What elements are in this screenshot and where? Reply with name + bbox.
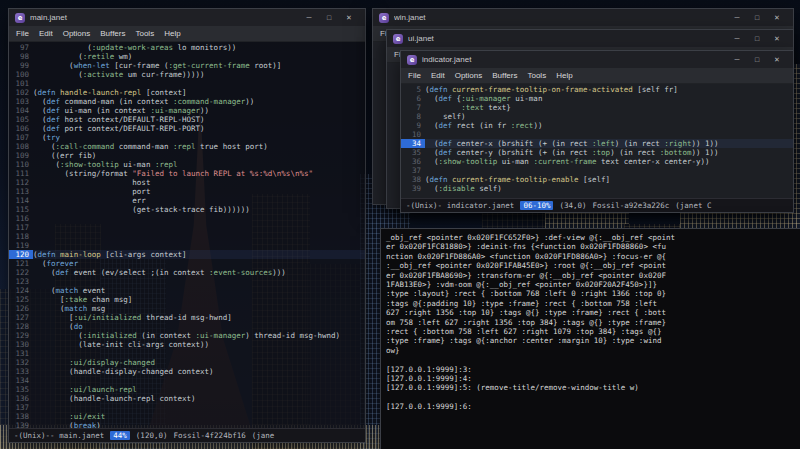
code-text: (defn current-frame-tooltip-enable [self…	[425, 175, 610, 184]
window-controls: ─ □ ✕	[727, 30, 787, 47]
code-line: 35 (def center-y (brshift (+ (in rect :t…	[401, 148, 793, 157]
menu-item[interactable]: Edit	[34, 29, 58, 38]
code-text: (handle-launch-repl context)	[33, 394, 196, 403]
line-number: 107	[9, 133, 33, 142]
window-title: main.janet	[30, 13, 294, 22]
line-number: 116	[9, 214, 33, 223]
line-number: 128	[9, 322, 33, 331]
code-line: 114 err	[9, 196, 365, 205]
code-line: 101	[9, 79, 365, 88]
line-number: 117	[9, 223, 33, 232]
close-button[interactable]: ✕	[767, 9, 787, 26]
minimize-button[interactable]: ─	[727, 51, 747, 68]
code-text: (:show-tooltip ui-man :repl	[33, 160, 178, 169]
menu-item[interactable]: Edit	[426, 71, 450, 80]
line-number: 123	[9, 277, 33, 286]
maximize-button[interactable]: □	[747, 51, 767, 68]
line-number: 119	[9, 241, 33, 250]
line-number: 106	[9, 124, 33, 133]
titlebar[interactable]: e ui.janet ─ □ ✕	[387, 30, 793, 47]
code-line: 125 [:take chan msg]	[9, 295, 365, 304]
code-line: 116	[9, 214, 365, 223]
menu-item[interactable]: Buffers	[487, 71, 522, 80]
repl-terminal[interactable]: _obj_ref <pointer 0x020F1FC652F0>} :def-…	[380, 228, 800, 449]
menu-item[interactable]: Tools	[130, 29, 159, 38]
terminal-line: _obj_ref <pointer 0x020F1FC652F0>} :def-…	[386, 233, 797, 242]
code-line: 132 :ui/display-changed	[9, 358, 365, 367]
code-line: 133 (handle-display-changed context)	[9, 367, 365, 376]
terminal-line	[386, 393, 797, 402]
code-line: 115 (get-stack-trace fib))))))	[9, 205, 365, 214]
maximize-button[interactable]: □	[747, 30, 767, 47]
code-text: (:show-tooltip ui-man :current-frame tex…	[425, 157, 709, 166]
titlebar[interactable]: e main.janet ─ □ ✕	[9, 9, 365, 26]
minimize-button[interactable]: ─	[727, 9, 747, 26]
code-editor[interactable]: 97 (:update-work-areas lo monitors)) 98 …	[9, 42, 365, 429]
titlebar[interactable]: e win.janet ─ □ ✕	[373, 9, 793, 26]
modeline-mode: (jane	[252, 431, 275, 440]
maximize-button[interactable]: □	[319, 9, 339, 26]
menu-item[interactable]: Help	[159, 29, 185, 38]
modeline-vc: Fossil-a92e3a226c	[593, 201, 670, 210]
window-controls: ─ □ ✕	[299, 9, 359, 26]
line-number: 8	[401, 112, 425, 121]
line-number: 39	[401, 184, 425, 193]
menu-item[interactable]: Options	[58, 29, 96, 38]
terminal-line: :type :frame} :tags @{:anchor :center :m…	[386, 336, 797, 345]
code-line: 129 (:initialized (in context :ui-manage…	[9, 331, 365, 340]
code-line: 119	[9, 241, 365, 250]
modeline-position-chip: 44%	[110, 431, 130, 440]
minimize-button[interactable]: ─	[727, 30, 747, 47]
line-number: 136	[9, 394, 33, 403]
code-line: 131	[9, 349, 365, 358]
line-number: 113	[9, 187, 33, 196]
code-editor[interactable]: 5 (defn current-frame-tooltip-on-frame-a…	[401, 84, 793, 199]
close-button[interactable]: ✕	[339, 9, 359, 26]
line-number: 130	[9, 340, 33, 349]
titlebar[interactable]: e indicator.janet ─ □ ✕	[401, 51, 793, 68]
line-number: 104	[9, 106, 33, 115]
code-text: host	[33, 178, 150, 187]
line-number: 114	[9, 196, 33, 205]
line-number: 10	[401, 130, 425, 139]
modeline: -(Unix)-- main.janet 44% (120,0) Fossil-…	[9, 428, 365, 442]
close-button[interactable]: ✕	[767, 30, 787, 47]
window-title: ui.janet	[408, 34, 722, 43]
close-button[interactable]: ✕	[767, 51, 787, 68]
line-number: 112	[9, 178, 33, 187]
minimize-button[interactable]: ─	[299, 9, 319, 26]
modeline-position-chip: 06-10%	[520, 201, 553, 210]
menu-item[interactable]: Options	[450, 71, 488, 80]
terminal-line: [127.0.0.1:9999]:3:	[386, 365, 797, 374]
maximize-button[interactable]: □	[747, 9, 767, 26]
line-number: 118	[9, 232, 33, 241]
terminal-line: er 0x020F1FBA8690>} :transform-er @{:__o…	[386, 271, 797, 280]
menu-item[interactable]: File	[11, 29, 34, 38]
code-line: 98 (:retile wm)	[9, 52, 365, 61]
code-text: (forever	[33, 259, 78, 268]
line-number: 126	[9, 304, 33, 313]
code-text: :ui/display-changed	[33, 358, 155, 367]
line-number: 131	[9, 349, 33, 358]
code-line: 106 (def port context/DEFAULT-REPL-PORT)	[9, 124, 365, 133]
code-line: 99 (when-let [cur-frame (:get-current-fr…	[9, 61, 365, 70]
code-line: 110 (:show-tooltip ui-man :repl	[9, 160, 365, 169]
code-line: 136 (handle-launch-repl context)	[9, 394, 365, 403]
code-text: (:disable self)	[425, 184, 502, 193]
menu-item[interactable]: Help	[551, 71, 577, 80]
line-number: 101	[9, 79, 33, 88]
menu-item[interactable]: File	[403, 71, 426, 80]
code-text: port	[33, 187, 150, 196]
code-text: ((err fib)	[33, 151, 96, 160]
code-line: 39 (:disable self)	[401, 184, 793, 193]
code-text: :ui/exit	[33, 412, 105, 421]
code-text: (def ui-man (in context :ui-manager))	[33, 106, 209, 115]
line-number: 108	[9, 142, 33, 151]
code-text: [:take chan msg]	[33, 295, 132, 304]
menu-item[interactable]: Tools	[522, 71, 551, 80]
menu-item[interactable]: Buffers	[95, 29, 130, 38]
code-text: (def host context/DEFAULT-REPL-HOST)	[33, 115, 205, 124]
code-line: 105 (def host context/DEFAULT-REPL-HOST)	[9, 115, 365, 124]
window-controls: ─ □ ✕	[727, 9, 787, 26]
line-number: 121	[9, 259, 33, 268]
